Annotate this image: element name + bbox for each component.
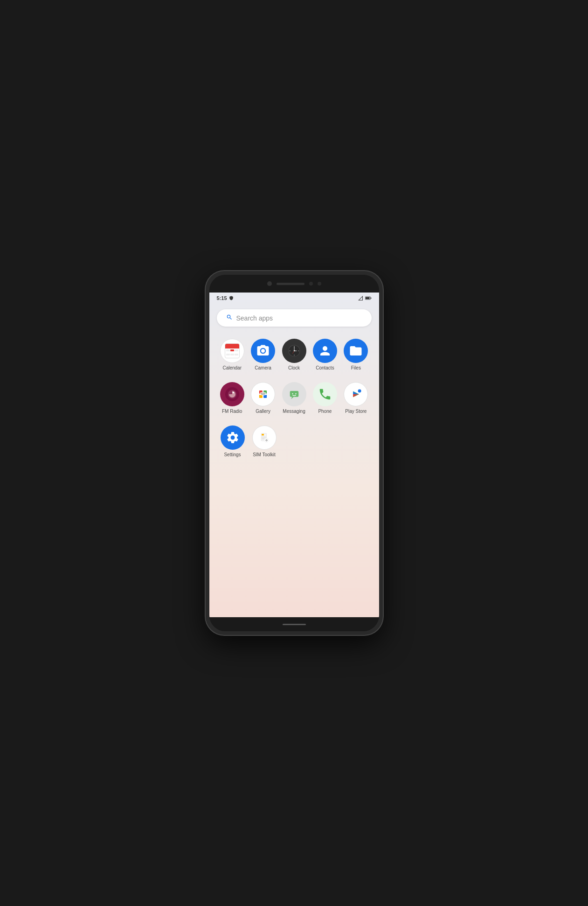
app-item-calendar[interactable]: Calendar	[217, 336, 248, 374]
simtoolkit-label: SIM Toolkit	[253, 452, 276, 458]
camera-icon	[251, 339, 275, 363]
search-placeholder: Search apps	[236, 314, 273, 322]
app-item-contacts[interactable]: Contacts	[310, 336, 340, 374]
gallery-icon: GO	[251, 382, 275, 406]
signal-icon	[358, 295, 363, 301]
app-row-2: FM Radio	[217, 379, 372, 417]
svg-point-16	[232, 392, 234, 393]
app-item-clock[interactable]: Clock	[278, 336, 309, 374]
status-icons-right	[358, 295, 372, 301]
app-drawer-screen: 5:15	[209, 293, 379, 617]
fmradio-icon	[220, 382, 244, 406]
calendar-icon	[220, 339, 244, 363]
phone-device: 5:15	[206, 271, 383, 635]
svg-rect-25	[290, 391, 298, 397]
fmradio-label: FM Radio	[222, 409, 242, 414]
app-item-messaging[interactable]: Messaging	[278, 379, 309, 417]
files-icon	[344, 339, 368, 363]
front-camera	[267, 281, 272, 286]
contacts-label: Contacts	[316, 365, 334, 371]
svg-rect-33	[262, 434, 264, 435]
bottom-bezel	[209, 617, 379, 631]
sensor2	[318, 282, 321, 286]
svg-rect-36	[262, 439, 264, 439]
phone-label: Phone	[318, 409, 332, 414]
sensor	[309, 282, 313, 286]
earpiece-speaker	[277, 283, 304, 285]
messaging-label: Messaging	[283, 409, 305, 414]
svg-point-30	[358, 390, 361, 393]
settings-icon	[221, 425, 245, 450]
app-item-phone[interactable]: Phone	[310, 379, 340, 417]
app-item-files[interactable]: Files	[340, 336, 371, 374]
svg-point-28	[295, 393, 296, 394]
app-item-settings[interactable]: Settings	[217, 423, 249, 460]
svg-rect-2	[370, 298, 371, 299]
app-item-playstore[interactable]: Play Store	[340, 379, 371, 417]
svg-point-13	[293, 350, 294, 351]
files-label: Files	[351, 365, 361, 371]
time-display: 5:15	[217, 295, 227, 301]
search-icon	[226, 314, 233, 322]
app-item-camera[interactable]: Camera	[248, 336, 278, 374]
phone-screen-container: 5:15	[209, 275, 379, 631]
settings-label: Settings	[224, 452, 241, 458]
status-bar: 5:15	[209, 293, 379, 304]
messaging-icon	[282, 382, 306, 406]
svg-point-27	[292, 393, 293, 394]
svg-rect-1	[365, 297, 369, 299]
svg-rect-35	[262, 438, 266, 438]
phone-icon	[313, 382, 337, 406]
app-item-simtoolkit[interactable]: SIM Toolkit	[249, 423, 280, 460]
search-bar[interactable]: Search apps	[217, 309, 372, 327]
app-row-1: Calendar Camera	[217, 336, 372, 374]
svg-text:GO: GO	[261, 392, 265, 395]
status-time: 5:15	[217, 295, 234, 301]
clock-label: Clock	[288, 365, 300, 371]
home-indicator	[283, 624, 306, 625]
app-item-gallery[interactable]: GO Gallery	[248, 379, 278, 417]
contacts-icon	[313, 339, 337, 363]
gallery-label: Gallery	[256, 409, 270, 414]
app-row-3: Settings	[217, 423, 372, 460]
app-item-fmradio[interactable]: FM Radio	[217, 379, 248, 417]
svg-rect-34	[262, 437, 266, 437]
camera-area	[267, 281, 321, 286]
battery-icon	[365, 296, 372, 300]
top-bezel	[209, 275, 379, 293]
simtoolkit-icon	[252, 425, 277, 450]
app-drawer: Search apps	[209, 304, 379, 617]
app-grid: Calendar Camera	[217, 336, 372, 464]
playstore-icon	[344, 382, 368, 406]
svg-point-37	[264, 438, 269, 442]
vpn-icon	[229, 296, 234, 300]
calendar-label: Calendar	[222, 365, 242, 371]
playstore-label: Play Store	[345, 409, 367, 414]
camera-label: Camera	[255, 365, 271, 371]
clock-icon	[282, 339, 306, 363]
